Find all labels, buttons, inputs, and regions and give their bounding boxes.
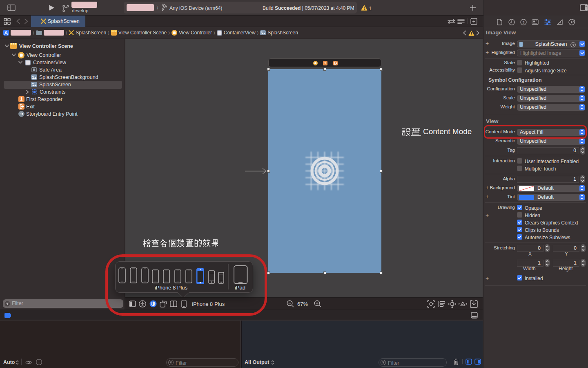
svg-text:1: 1 <box>324 61 326 65</box>
svg-text:?: ? <box>522 20 524 25</box>
svg-text:1: 1 <box>20 96 23 101</box>
